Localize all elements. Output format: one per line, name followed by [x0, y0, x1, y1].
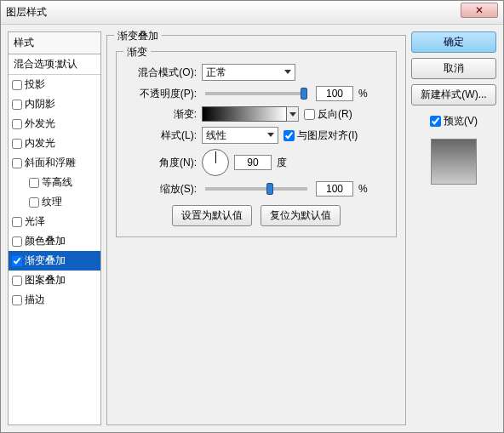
item-label: 投影 [25, 77, 45, 92]
style-item-contour[interactable]: 等高线 [9, 173, 100, 192]
angle-label: 角度(N): [125, 156, 197, 170]
slider-thumb[interactable] [301, 88, 307, 100]
blend-mode-value: 正常 [206, 66, 226, 80]
gradient-row: 渐变: 反向(R) [125, 106, 387, 122]
style-item-gradient-overlay[interactable]: 渐变叠加 [9, 251, 100, 271]
inner-legend: 渐变 [123, 45, 151, 60]
style-item-drop-shadow[interactable]: 投影 [9, 75, 100, 94]
styles-header: 样式 [9, 32, 100, 54]
item-label: 描边 [25, 293, 45, 307]
align-checkbox[interactable] [284, 130, 295, 141]
blend-mode-row: 混合模式(O): 正常 [125, 64, 387, 81]
checkbox[interactable] [12, 158, 22, 168]
style-item-satin[interactable]: 光泽 [9, 212, 100, 231]
close-button[interactable]: ✕ [461, 3, 498, 18]
reverse-label: 反向(R) [318, 107, 352, 122]
reverse-checkbox-row[interactable]: 反向(R) [304, 107, 352, 122]
preview-checkbox[interactable] [430, 116, 441, 127]
item-label: 内阴影 [25, 97, 55, 111]
close-icon: ✕ [475, 4, 484, 16]
checkbox[interactable] [12, 276, 22, 286]
style-item-bevel[interactable]: 斜面和浮雕 [9, 153, 100, 173]
style-item-texture[interactable]: 纹理 [9, 192, 100, 212]
opacity-input[interactable]: 100 [316, 86, 353, 101]
style-item-inner-shadow[interactable]: 内阴影 [9, 94, 100, 114]
align-label: 与图层对齐(I) [297, 128, 358, 143]
blend-options-item[interactable]: 混合选项:默认 [9, 54, 100, 75]
scale-label: 缩放(S): [125, 182, 197, 197]
style-select[interactable]: 线性 [202, 127, 278, 144]
window-title: 图层样式 [6, 5, 47, 20]
action-panel: 确定 取消 新建样式(W)... 预览(V) [411, 31, 496, 425]
chevron-down-icon [289, 112, 296, 117]
gradient-picker[interactable] [202, 106, 299, 122]
gradient-swatch[interactable] [202, 106, 287, 122]
scale-input[interactable]: 100 [316, 181, 353, 197]
chevron-down-icon [284, 70, 291, 74]
angle-unit: 度 [277, 156, 294, 170]
gradient-dropdown-arrow[interactable] [287, 106, 299, 122]
settings-panel: 渐变叠加 渐变 混合模式(O): 正常 不透明度(P): 100 [106, 31, 406, 425]
preview-checkbox-row[interactable]: 预览(V) [411, 114, 496, 128]
opacity-slider[interactable] [205, 92, 307, 95]
blend-mode-select[interactable]: 正常 [202, 64, 295, 81]
new-style-button[interactable]: 新建样式(W)... [411, 84, 496, 105]
slider-thumb[interactable] [266, 183, 273, 195]
preview-swatch [431, 139, 477, 185]
style-value: 线性 [206, 128, 226, 143]
scale-row: 缩放(S): 100 % [125, 181, 387, 197]
cancel-button[interactable]: 取消 [411, 58, 496, 79]
angle-input[interactable]: 90 [234, 155, 272, 170]
reverse-checkbox[interactable] [304, 109, 315, 120]
reset-default-button[interactable]: 复位为默认值 [261, 205, 341, 226]
style-item-color-overlay[interactable]: 颜色叠加 [9, 231, 100, 251]
angle-needle [215, 151, 216, 163]
checkbox[interactable] [29, 197, 39, 208]
style-item-inner-glow[interactable]: 内发光 [9, 134, 100, 153]
angle-dial[interactable] [202, 149, 229, 176]
style-row: 样式(L): 线性 与图层对齐(I) [125, 127, 387, 144]
styles-listbox: 样式 混合选项:默认 投影 内阴影 外发光 内发光 斜面和浮雕 等高线 纹理 光… [8, 31, 101, 425]
gradient-label: 渐变: [125, 107, 197, 122]
preview-label: 预览(V) [444, 114, 478, 128]
opacity-row: 不透明度(P): 100 % [125, 86, 387, 101]
align-checkbox-row[interactable]: 与图层对齐(I) [284, 128, 358, 143]
style-item-stroke[interactable]: 描边 [9, 290, 100, 310]
item-label: 光泽 [25, 214, 45, 229]
item-label: 渐变叠加 [25, 254, 66, 268]
checkbox[interactable] [12, 139, 22, 149]
item-label: 图案叠加 [25, 273, 66, 288]
layer-style-dialog: 图层样式 ✕ 样式 混合选项:默认 投影 内阴影 外发光 内发光 斜面和浮雕 等… [0, 0, 504, 433]
checkbox[interactable] [12, 256, 22, 266]
gradient-overlay-group: 渐变叠加 渐变 混合模式(O): 正常 不透明度(P): 100 [106, 35, 406, 425]
checkbox[interactable] [12, 100, 22, 110]
checkbox[interactable] [29, 178, 39, 188]
item-label: 颜色叠加 [25, 234, 66, 248]
checkbox[interactable] [12, 295, 22, 305]
style-item-pattern-overlay[interactable]: 图案叠加 [9, 271, 100, 290]
default-buttons-row: 设置为默认值 复位为默认值 [125, 205, 387, 226]
style-item-outer-glow[interactable]: 外发光 [9, 114, 100, 134]
ok-button[interactable]: 确定 [411, 31, 496, 53]
item-label: 内发光 [25, 136, 55, 151]
checkbox[interactable] [12, 236, 22, 247]
titlebar[interactable]: 图层样式 ✕ [1, 1, 503, 25]
checkbox[interactable] [12, 80, 22, 90]
opacity-label: 不透明度(P): [125, 87, 197, 101]
make-default-button[interactable]: 设置为默认值 [172, 205, 252, 226]
chevron-down-icon [267, 133, 274, 137]
item-label: 外发光 [25, 117, 55, 131]
gradient-group: 渐变 混合模式(O): 正常 不透明度(P): 100 % [116, 51, 397, 237]
scale-slider[interactable] [205, 187, 307, 191]
angle-row: 角度(N): 90 度 [125, 149, 387, 176]
style-label: 样式(L): [125, 128, 197, 143]
scale-unit: % [358, 183, 375, 195]
dialog-content: 样式 混合选项:默认 投影 内阴影 外发光 内发光 斜面和浮雕 等高线 纹理 光… [1, 25, 503, 432]
checkbox[interactable] [12, 217, 22, 227]
item-label: 纹理 [42, 195, 62, 209]
checkbox[interactable] [12, 119, 22, 129]
item-label: 等高线 [42, 175, 72, 190]
opacity-unit: % [358, 88, 375, 100]
styles-list: 混合选项:默认 投影 内阴影 外发光 内发光 斜面和浮雕 等高线 纹理 光泽 颜… [9, 54, 100, 310]
blend-options-label: 混合选项:默认 [14, 57, 77, 71]
